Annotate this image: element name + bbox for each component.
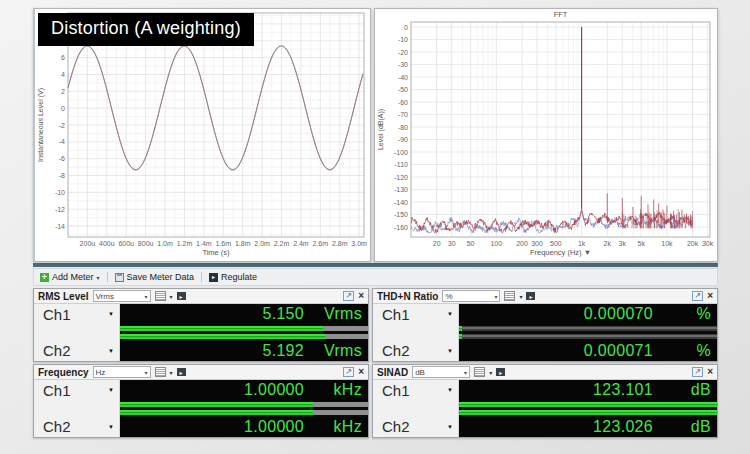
svg-text:1.8m: 1.8m <box>235 240 251 247</box>
meter-header: THD+N Ratio % ▾ ▾ ▸ ↗ × <box>373 289 717 304</box>
meter-settings-icon[interactable]: ▸ <box>177 292 186 300</box>
channel-selector-ch1[interactable]: Ch1 ▼ <box>373 304 459 325</box>
ch1-level-bar <box>459 326 717 331</box>
svg-text:300: 300 <box>531 240 543 247</box>
add-icon: + <box>40 273 49 282</box>
meter-settings-icon[interactable]: ▸ <box>177 368 186 376</box>
level-bars <box>120 401 368 417</box>
meter-unit: kHz <box>304 418 362 436</box>
unit-selector[interactable]: Hz ▾ <box>93 366 151 378</box>
channel-selector-ch2[interactable]: Ch2 ▼ <box>373 341 459 362</box>
svg-text:1.4m: 1.4m <box>196 240 212 247</box>
channel-selector-ch1[interactable]: Ch1 ▼ <box>373 380 459 401</box>
unit-selector[interactable]: % ▾ <box>442 290 500 302</box>
ch2-level-bar <box>120 410 368 415</box>
svg-text:1.0m: 1.0m <box>157 240 173 247</box>
chevron-down-icon: ▾ <box>97 274 100 281</box>
ch2-level-bar <box>120 334 368 339</box>
svg-text:10k: 10k <box>661 240 673 247</box>
meter-title: SINAD <box>377 367 408 378</box>
svg-text:-40: -40 <box>398 74 408 81</box>
meter-value: 0.000071 <box>584 342 653 360</box>
channel-selector-ch1[interactable]: Ch1 ▼ <box>34 304 120 325</box>
ch1-level-bar <box>120 402 368 407</box>
ch2-level-bar <box>459 334 717 339</box>
label-gap <box>34 325 120 341</box>
svg-text:200u: 200u <box>80 240 96 247</box>
meter-display-ch1: 123.101 dB <box>459 380 717 401</box>
meter-display-options-icon[interactable] <box>155 367 166 377</box>
channel-selector-ch2[interactable]: Ch2 ▼ <box>373 417 459 438</box>
add-meter-label: Add Meter <box>52 272 94 282</box>
svg-text:-20: -20 <box>398 49 408 56</box>
meter-display-ch1: 1.00000 kHz <box>120 380 368 401</box>
svg-text:0: 0 <box>61 105 65 112</box>
chevron-down-icon: ▼ <box>108 387 114 393</box>
chevron-down-icon: ▾ <box>494 293 497 300</box>
meter-title: Frequency <box>38 367 89 378</box>
popout-icon[interactable]: ↗ <box>692 291 703 301</box>
ch1-level-bar <box>120 326 368 331</box>
meter-display-ch1: 5.150 Vrms <box>120 304 368 325</box>
meter-display-ch2: 123.026 dB <box>459 417 717 438</box>
popout-icon[interactable]: ↗ <box>692 367 703 377</box>
unit-selector-value: % <box>445 292 452 301</box>
svg-text:1.6m: 1.6m <box>215 240 231 247</box>
meter-settings-icon[interactable]: ▸ <box>526 292 535 300</box>
svg-text:2.2m: 2.2m <box>274 240 290 247</box>
save-meter-data-button[interactable]: Save Meter Data <box>113 272 197 282</box>
svg-text:4: 4 <box>61 71 65 78</box>
meter-value: 123.026 <box>593 418 653 436</box>
chevron-down-icon: ▾ <box>145 293 148 300</box>
ch1-level-bar <box>459 402 717 407</box>
unit-selector[interactable]: Vrms ▾ <box>93 290 151 302</box>
unit-selector[interactable]: dB ▾ <box>412 366 470 378</box>
meter-display-ch1: 0.000070 % <box>459 304 717 325</box>
scope-plot-panel: Distortion (A weighting) 1086420-2-4-6-8… <box>33 8 371 262</box>
svg-text:200: 200 <box>516 240 528 247</box>
close-icon[interactable]: × <box>707 292 713 300</box>
meter-settings-icon[interactable]: ▸ <box>496 368 505 376</box>
svg-text:-60: -60 <box>398 99 408 106</box>
meter-display-options-icon[interactable] <box>155 291 166 301</box>
close-icon[interactable]: × <box>707 368 713 376</box>
channel-selector-ch2[interactable]: Ch2 ▼ <box>34 341 120 362</box>
svg-text:1.2m: 1.2m <box>177 240 193 247</box>
fft-plot[interactable]: 0-10-20-30-40-50-60-70-80-90-100-110-120… <box>375 9 717 261</box>
chevron-down-icon: ▾ <box>464 369 467 376</box>
label-gap <box>373 325 459 341</box>
svg-text:-140: -140 <box>394 199 408 206</box>
svg-text:400u: 400u <box>99 240 115 247</box>
popout-icon[interactable]: ↗ <box>343 291 354 301</box>
window-splitter[interactable] <box>33 263 718 267</box>
svg-text:-30: -30 <box>398 61 408 68</box>
svg-text:-130: -130 <box>394 186 408 193</box>
regulate-button[interactable]: ▸ Regulate <box>207 272 259 282</box>
svg-text:6: 6 <box>61 54 65 61</box>
close-icon[interactable]: × <box>358 292 364 300</box>
svg-text:-70: -70 <box>398 111 408 118</box>
chevron-down-icon: ▼ <box>447 311 453 317</box>
meter-display-options-icon[interactable] <box>504 291 515 301</box>
svg-text:Instantaneous Level (V): Instantaneous Level (V) <box>37 88 45 162</box>
channel-label: Ch2 <box>382 418 410 435</box>
add-meter-button[interactable]: + Add Meter ▾ <box>38 272 102 282</box>
channel-label: Ch2 <box>43 418 71 435</box>
chevron-down-icon: ▼ <box>108 348 114 354</box>
svg-text:2.0m: 2.0m <box>254 240 270 247</box>
svg-text:0: 0 <box>404 24 408 31</box>
channel-selector-ch1[interactable]: Ch1 ▼ <box>34 380 120 401</box>
chevron-down-icon: ▾ <box>145 369 148 376</box>
chevron-down-icon: ▾ <box>489 369 492 376</box>
channel-selector-ch2[interactable]: Ch2 ▼ <box>34 417 120 438</box>
level-bars <box>120 325 368 341</box>
toolbar-divider <box>201 272 202 282</box>
scope-plot[interactable]: 1086420-2-4-6-8-10-12-14200u400u600u800u… <box>35 9 369 261</box>
ch2-level-bar <box>459 410 717 415</box>
popout-icon[interactable]: ↗ <box>343 367 354 377</box>
meter-value: 1.00000 <box>244 381 304 399</box>
meter-display-ch2: 5.192 Vrms <box>120 341 368 362</box>
close-icon[interactable]: × <box>358 368 364 376</box>
meter-display-options-icon[interactable] <box>474 367 485 377</box>
meter-header: RMS Level Vrms ▾ ▾ ▸ ↗ × <box>34 289 368 304</box>
